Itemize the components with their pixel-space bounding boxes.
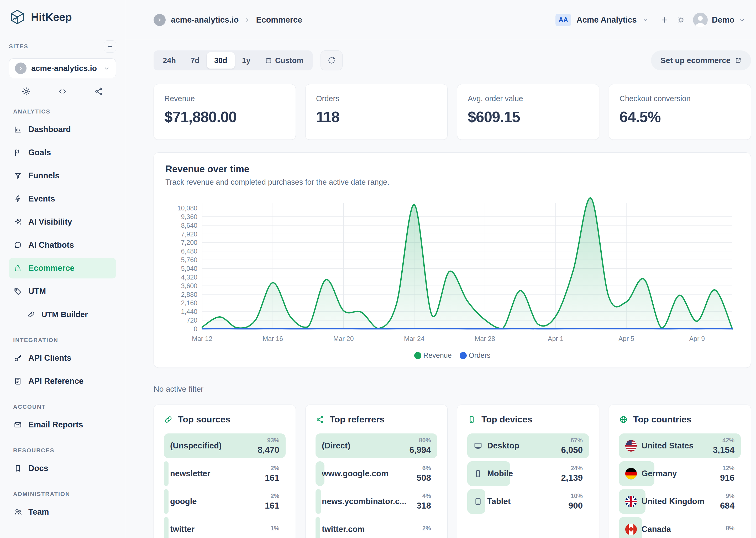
row-bar xyxy=(164,489,168,514)
range-custom-button[interactable]: Custom xyxy=(258,52,311,69)
person-icon xyxy=(693,13,708,27)
bag-icon xyxy=(14,264,22,272)
range-24h-button[interactable]: 24h xyxy=(155,52,183,69)
sidebar-item-ecommerce[interactable]: Ecommerce xyxy=(9,258,116,279)
breakdown-rows: Desktop67%6,050Mobile24%2,139Tablet10%90… xyxy=(467,433,589,514)
breadcrumb-site[interactable]: acme-analytics.io xyxy=(171,15,239,25)
row-label: news.ycombinator.c... xyxy=(322,497,417,506)
sidebar-item-goals[interactable]: Goals xyxy=(9,142,116,163)
breakdown-row-direct[interactable]: (Direct)80%6,994 xyxy=(315,433,437,458)
de-flag-icon xyxy=(625,468,637,479)
key-icon xyxy=(14,354,22,362)
stat-value: 118 xyxy=(316,108,437,126)
row-percent: 6% xyxy=(422,465,431,471)
row-label-text: www.google.com xyxy=(322,469,389,478)
sidebar-item-label: Goals xyxy=(28,148,51,157)
row-label: Desktop xyxy=(474,441,561,451)
svg-text:7,200: 7,200 xyxy=(181,239,197,246)
chevron-right-icon xyxy=(157,17,163,23)
main-area: acme-analytics.io Ecommerce AA Acme Anal… xyxy=(125,0,756,538)
sidebar-item-ai-chatbots[interactable]: AI Chatbots xyxy=(9,235,116,255)
breakdown-row-tablet[interactable]: Tablet10%900 xyxy=(467,489,589,514)
gb-flag-icon xyxy=(625,496,637,507)
row-numbers: 24%2,139 xyxy=(561,465,583,482)
stat-card-revenue: Revenue$71,880.00 xyxy=(154,84,296,140)
legend-dot xyxy=(460,352,467,359)
flag-icon xyxy=(14,148,22,157)
chart-subtitle: Track revenue and completed purchases fo… xyxy=(165,178,739,187)
breakdown-header: Top referrers xyxy=(315,414,437,424)
breakdown-row-germany[interactable]: Germany12%916 xyxy=(619,461,741,486)
breakdown-row-google[interactable]: google2%161 xyxy=(164,489,286,514)
row-value: 900 xyxy=(568,501,583,510)
svg-text:1,440: 1,440 xyxy=(181,308,197,315)
sidebar-item-api-clients[interactable]: API Clients xyxy=(9,348,116,368)
monitor-icon xyxy=(474,441,483,450)
range-1y-button[interactable]: 1y xyxy=(235,52,258,69)
breakdown-rows: (Direct)80%6,994www.google.com6%508news.… xyxy=(315,433,437,538)
sidebar-item-events[interactable]: Events xyxy=(9,188,116,209)
breakdown-row-www-google-com[interactable]: www.google.com6%508 xyxy=(315,461,437,486)
breakdown-row-news-ycombinator-c[interactable]: news.ycombinator.c...4%318 xyxy=(315,489,437,514)
breakdown-row-united-kingdom[interactable]: United Kingdom9%684 xyxy=(619,489,741,514)
refresh-button[interactable] xyxy=(320,50,343,71)
user-menu[interactable]: Demo xyxy=(693,13,745,27)
row-numbers: 9%684 xyxy=(720,493,734,510)
sidebar-item-funnels[interactable]: Funnels xyxy=(9,166,116,186)
breakdown-row-united-states[interactable]: United States42%3,154 xyxy=(619,433,741,458)
sidebar-item-utm[interactable]: UTM xyxy=(9,281,116,301)
row-label: twitter xyxy=(170,525,271,534)
add-icon[interactable] xyxy=(660,16,669,24)
revenue-chart-card: Revenue over time Track revenue and comp… xyxy=(154,152,751,368)
sidebar-item-docs[interactable]: Docs xyxy=(9,458,116,479)
svg-text:9,360: 9,360 xyxy=(181,213,197,220)
row-label: (Unspecified) xyxy=(170,441,258,451)
row-numbers: 2%161 xyxy=(265,493,279,510)
row-percent: 10% xyxy=(571,493,583,499)
row-label-text: (Direct) xyxy=(322,441,351,451)
breakdown-row-twitter[interactable]: twitter1% xyxy=(164,517,286,538)
app-logo[interactable]: HitKeep xyxy=(9,9,116,26)
setup-ecommerce-button[interactable]: Set up ecommerce xyxy=(651,50,751,71)
sidebar-item-ai-visibility[interactable]: AI Visibility xyxy=(9,212,116,232)
breakdown-row-twitter-com[interactable]: twitter.com2% xyxy=(315,517,437,538)
svg-text:2,160: 2,160 xyxy=(181,299,197,306)
row-percent: 80% xyxy=(419,437,431,444)
legend-item-orders[interactable]: Orders xyxy=(460,351,491,360)
breakdown-rows: United States42%3,154Germany12%916United… xyxy=(619,433,741,538)
filter-note: No active filter xyxy=(154,385,751,394)
sidebar-item-email-reports[interactable]: Email Reports xyxy=(9,414,116,435)
row-label-text: twitter xyxy=(170,525,195,534)
section-label-administration: ADMINISTRATION xyxy=(13,491,116,498)
breakdown-row-newsletter[interactable]: newsletter2%161 xyxy=(164,461,286,486)
custom-range-label: Custom xyxy=(275,56,304,65)
breakdown-row-canada[interactable]: Canada8% xyxy=(619,517,741,538)
breakdown-row-desktop[interactable]: Desktop67%6,050 xyxy=(467,433,589,458)
site-selector[interactable]: acme-analytics.io xyxy=(9,58,116,78)
sidebar-item-dashboard[interactable]: Dashboard xyxy=(9,119,116,140)
sidebar-item-team[interactable]: Team xyxy=(9,502,116,522)
app-name: HitKeep xyxy=(31,11,72,24)
theme-sun-icon[interactable] xyxy=(677,16,685,24)
svg-text:6,480: 6,480 xyxy=(181,247,197,255)
stat-card-checkout-conversion: Checkout conversion64.5% xyxy=(609,84,751,140)
settings-gear-icon[interactable] xyxy=(22,87,31,96)
add-site-button[interactable] xyxy=(104,40,116,53)
share-site-icon[interactable] xyxy=(94,87,103,96)
row-percent: 4% xyxy=(422,493,431,499)
sidebar-item-utm-builder[interactable]: UTM Builder xyxy=(23,304,116,325)
range-30d-button[interactable]: 30d xyxy=(207,52,235,69)
code-snippet-icon[interactable] xyxy=(58,87,67,96)
row-percent: 93% xyxy=(267,437,279,444)
breakdown-row-unspecified[interactable]: (Unspecified)93%8,470 xyxy=(164,433,286,458)
breakdown-row-mobile[interactable]: Mobile24%2,139 xyxy=(467,461,589,486)
page-content: 24h7d30d1yCustom Set up ecommerce Revenu… xyxy=(125,40,756,538)
sidebar-item-label: Funnels xyxy=(28,171,60,181)
org-switcher[interactable]: AA Acme Analytics xyxy=(555,14,649,26)
sidebar-item-api-reference[interactable]: API Reference xyxy=(9,371,116,392)
legend-item-revenue[interactable]: Revenue xyxy=(414,351,452,360)
row-label: United Kingdom xyxy=(625,496,720,507)
range-7d-button[interactable]: 7d xyxy=(183,52,207,69)
row-label: (Direct) xyxy=(322,441,409,451)
section-label-integration: INTEGRATION xyxy=(13,337,116,344)
